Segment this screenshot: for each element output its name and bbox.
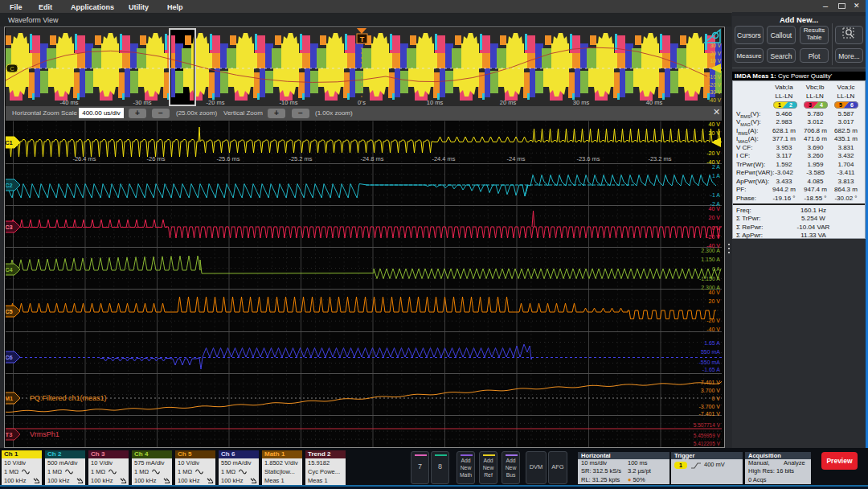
svg-text:550 mA: 550 mA [701,349,720,355]
svg-text:C: C [10,66,14,72]
svg-text:PQ:Filtered ch1(meas1): PQ:Filtered ch1(meas1) [30,394,107,402]
svg-text:10 V: 10 V [710,58,722,64]
svg-text:20 V: 20 V [709,215,721,220]
svg-text:20 ms: 20 ms [500,99,517,106]
svg-text:-30 V: -30 V [708,89,721,95]
svg-text:40 V: 40 V [709,121,721,127]
svg-text:3.700 V: 3.700 V [701,388,720,393]
svg-text:20 V: 20 V [710,51,722,56]
svg-text:-24 ms: -24 ms [507,155,526,162]
svg-text:2.300 A: 2.300 A [701,248,720,253]
svg-text:-1.150 A: -1.150 A [699,276,720,281]
svg-text:-26.4 ms: -26.4 ms [72,155,96,162]
svg-text:-3.700 V: -3.700 V [699,404,721,409]
svg-text:-25.6 ms: -25.6 ms [216,155,240,162]
svg-text:3: 3 [809,102,812,108]
svg-text:C1: C1 [6,139,13,146]
svg-text:-26 ms: -26 ms [147,155,166,162]
svg-text:0 s: 0 s [358,99,366,106]
svg-text:-10 V: -10 V [708,74,721,80]
svg-text:-1 A: -1 A [710,192,721,198]
svg-text:-20 V: -20 V [708,82,721,88]
svg-text:1.150 A: 1.150 A [701,257,720,262]
svg-text:-10 ms: -10 ms [280,99,298,106]
svg-text:-7.401 V: -7.401 V [699,411,721,417]
svg-text:-1.65 A: -1.65 A [702,367,721,372]
svg-text:T3: T3 [6,431,12,438]
svg-text:7.401 V: 7.401 V [701,380,720,385]
svg-text:5: 5 [839,102,842,108]
svg-text:C5: C5 [6,308,13,315]
svg-text:C2: C2 [6,182,13,189]
svg-text:-23.6 ms: -23.6 ms [576,155,600,162]
svg-text:30 V: 30 V [710,43,722,48]
svg-text:5.412205 V: 5.412205 V [694,441,721,446]
svg-text:-20 ms: -20 ms [207,99,225,106]
svg-text:0 V: 0 V [711,225,720,231]
svg-text:40 V: 40 V [709,290,721,295]
svg-text:0 V: 0 V [711,396,720,401]
svg-text:30 ms: 30 ms [573,99,590,106]
svg-text:40 V: 40 V [709,206,721,212]
svg-text:6: 6 [850,102,854,108]
svg-text:20 V: 20 V [709,130,721,136]
svg-text:VrmsPh1: VrmsPh1 [30,430,59,438]
svg-text:C4: C4 [6,266,14,273]
svg-text:-20 V: -20 V [706,150,720,156]
svg-text:-24.8 ms: -24.8 ms [360,155,383,162]
svg-text:2 A: 2 A [712,164,720,170]
svg-text:-24.4 ms: -24.4 ms [432,155,455,162]
svg-text:-30 ms: -30 ms [133,99,152,106]
svg-text:-40 ms: -40 ms [60,99,79,106]
svg-text:20 V: 20 V [709,298,721,304]
svg-text:5.459959 V: 5.459959 V [694,433,721,438]
svg-text:-20 V: -20 V [706,318,720,323]
svg-text:2: 2 [789,102,792,108]
svg-text:-40 V: -40 V [708,97,721,103]
svg-text:C6: C6 [6,354,13,361]
svg-text:-25.2 ms: -25.2 ms [289,155,312,162]
svg-text:1.65 A: 1.65 A [704,340,720,346]
svg-text:-40 V: -40 V [706,327,720,332]
svg-text:5.507714 V: 5.507714 V [694,422,721,428]
svg-text:-20 V: -20 V [706,234,720,240]
svg-text:C3: C3 [6,224,13,231]
svg-text:M1: M1 [6,395,13,402]
svg-text:-23.2 ms: -23.2 ms [648,155,671,162]
svg-text:1 A: 1 A [712,173,720,179]
svg-text:40 ms: 40 ms [646,99,663,106]
svg-text:4: 4 [820,102,823,108]
svg-text:0 A: 0 A [712,266,720,272]
svg-text:1: 1 [778,102,781,108]
svg-text:T: T [360,35,365,43]
svg-text:-550 mA: -550 mA [699,360,721,365]
svg-text:10 ms: 10 ms [427,99,444,106]
